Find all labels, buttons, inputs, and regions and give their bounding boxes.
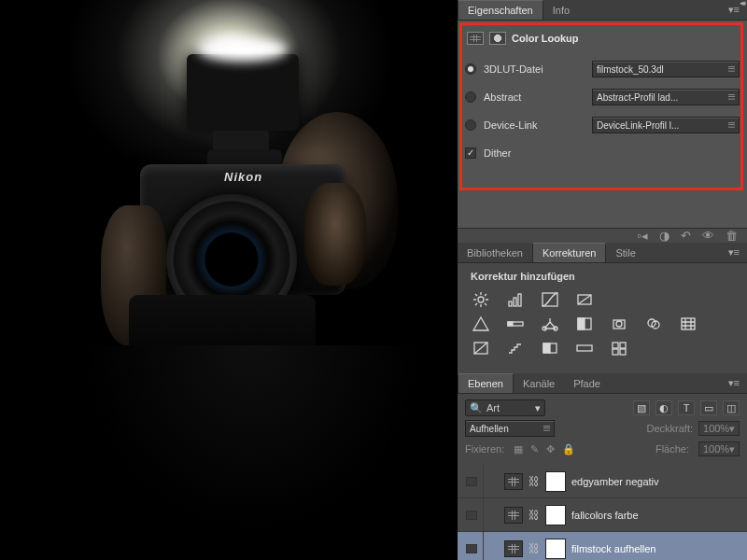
layer-name[interactable]: fallcolors farbe (571, 510, 639, 521)
adjustment-thumb-icon (504, 507, 523, 524)
adj-brightness-icon[interactable] (471, 291, 490, 308)
tab-ebenen[interactable]: Ebenen (458, 373, 514, 393)
checkbox-dither[interactable] (465, 147, 476, 159)
svg-rect-7 (508, 322, 513, 326)
adj-color-lookup-icon[interactable] (678, 315, 698, 332)
corrections-flyout-menu[interactable]: ▾≡ (721, 243, 747, 262)
svg-point-0 (478, 297, 484, 302)
link-mask-icon[interactable]: ⛓ (529, 542, 540, 555)
adj-bw-icon[interactable] (574, 315, 594, 332)
adjustment-thumb-icon (504, 540, 523, 557)
reset-icon[interactable]: ↶ (681, 229, 691, 243)
layer-name[interactable]: filmstock aufhellen (571, 543, 656, 554)
clip-to-layer-icon[interactable]: ▫◂ (637, 229, 648, 243)
lock-label: Fixieren: (465, 443, 504, 455)
adj-levels-icon[interactable] (505, 291, 525, 308)
svg-rect-23 (613, 349, 618, 355)
visibility-toggle[interactable] (466, 544, 477, 553)
lock-all-icon[interactable]: 🔒 (562, 443, 575, 455)
photo-brand-label: Nikon (224, 170, 262, 184)
radio-devicelink[interactable] (465, 119, 476, 131)
layer-row[interactable]: ⛓ fallcolors farbe (458, 498, 747, 532)
search-icon: 🔍 (470, 402, 483, 414)
mask-thumb[interactable] (545, 505, 566, 525)
tab-eigenschaften[interactable]: Eigenschaften (458, 0, 543, 20)
svg-rect-20 (577, 345, 592, 351)
dropdown-3dlut-file[interactable]: filmstock_50.3dl (592, 61, 740, 77)
visibility-toggle[interactable] (466, 477, 477, 486)
toggle-visibility-icon[interactable]: 👁 (702, 229, 714, 243)
properties-footer: ▫◂ ◑ ↶ 👁 🗑 (458, 228, 747, 243)
svg-rect-19 (543, 343, 550, 353)
svg-rect-16 (682, 318, 695, 329)
adj-posterize-icon[interactable] (505, 340, 525, 357)
svg-rect-21 (613, 343, 618, 348)
lock-pixels-icon[interactable]: ✎ (530, 443, 539, 455)
layer-name[interactable]: edgyamber negativ (571, 476, 659, 487)
lock-transparent-icon[interactable]: ▦ (514, 443, 523, 455)
tab-kanaele[interactable]: Kanäle (514, 374, 564, 393)
adj-invert-icon[interactable] (471, 340, 490, 357)
opacity-label: Deckkraft: (647, 423, 694, 434)
adj-channel-mixer-icon[interactable] (643, 315, 663, 332)
adj-exposure-icon[interactable] (574, 291, 594, 308)
tab-stile[interactable]: Stile (606, 244, 644, 262)
layer-row[interactable]: ⛓ filmstock aufhellen (458, 532, 747, 560)
radio-3dlut[interactable] (465, 63, 476, 75)
view-previous-state-icon[interactable]: ◑ (659, 229, 669, 243)
adjustment-thumb-icon (504, 473, 523, 490)
layer-row[interactable]: ⛓ edgyamber negativ (458, 465, 747, 498)
layers-controls: 🔍 Art ▾ ▧ ◐ T ▭ ◫ Aufhellen Deckkraft: 1… (458, 393, 747, 463)
layers-flyout-menu[interactable]: ▾≡ (721, 373, 747, 393)
filter-shape-icon[interactable]: ▭ (700, 400, 717, 415)
mask-thumb[interactable] (545, 471, 566, 492)
layer-filter-type[interactable]: 🔍 Art ▾ (465, 399, 545, 416)
tab-korrekturen[interactable]: Korrekturen (532, 243, 606, 262)
filter-adjust-icon[interactable]: ◐ (655, 400, 672, 415)
filter-smart-icon[interactable]: ◫ (723, 400, 740, 415)
adj-color-balance-icon[interactable] (540, 315, 559, 332)
corrections-tabs: Bibliotheken Korrekturen Stile ▾≡ (458, 243, 747, 262)
label-3dlut: 3DLUT-Datei (484, 63, 592, 75)
adj-selective-color-icon[interactable] (609, 340, 628, 357)
photo-flash (187, 54, 299, 131)
svg-rect-22 (620, 343, 626, 348)
svg-rect-24 (620, 349, 626, 355)
tab-bibliotheken[interactable]: Bibliotheken (458, 244, 532, 262)
trash-icon[interactable]: 🗑 (726, 229, 738, 243)
fill-label: Fläche: (655, 443, 689, 455)
adj-curves-icon[interactable] (540, 291, 559, 308)
adj-threshold-icon[interactable] (540, 340, 559, 357)
corrections-body: Korrektur hinzufügen (458, 262, 747, 373)
radio-abstract[interactable] (465, 91, 476, 103)
properties-tabs: Eigenschaften Info ▾≡ (458, 0, 747, 20)
dropdown-abstract-profile[interactable]: Abstract-Profil lad... (592, 89, 740, 105)
fill-value[interactable]: 100%▾ (698, 441, 740, 456)
layers-list: ⛓ edgyamber negativ ⛓ fallcolors farbe ⛓… (458, 463, 747, 560)
opacity-value[interactable]: 100%▾ (698, 421, 740, 436)
visibility-toggle[interactable] (466, 511, 477, 520)
link-mask-icon[interactable]: ⛓ (529, 509, 540, 522)
mask-thumb[interactable] (545, 539, 566, 559)
mask-icon[interactable] (489, 32, 506, 45)
lut-grid-icon (467, 32, 484, 45)
dropdown-devicelink-profile[interactable]: DeviceLink-Profil l... (592, 117, 740, 133)
svg-rect-11 (578, 318, 585, 329)
link-mask-icon[interactable]: ⛓ (529, 475, 540, 488)
tab-pfade[interactable]: Pfade (564, 374, 610, 393)
properties-body: Color Lookup 3DLUT-Datei filmstock_50.3d… (458, 20, 747, 228)
tab-info[interactable]: Info (543, 1, 579, 20)
label-dither: Dither (484, 147, 592, 159)
filter-pixel-icon[interactable]: ▧ (633, 400, 650, 415)
adj-photo-filter-icon[interactable] (609, 315, 628, 332)
blend-mode-dropdown[interactable]: Aufhellen (465, 420, 555, 437)
document-canvas[interactable]: Nikon (0, 0, 458, 560)
layers-tabs: Ebenen Kanäle Pfade ▾≡ (458, 373, 747, 393)
adj-hue-icon[interactable] (505, 315, 525, 332)
label-abstract: Abstract (484, 91, 592, 103)
label-devicelink: Device-Link (484, 119, 592, 131)
adj-gradient-map-icon[interactable] (574, 340, 594, 357)
adj-vibrance-icon[interactable] (471, 315, 490, 332)
filter-type-icon[interactable]: T (678, 400, 695, 415)
lock-position-icon[interactable]: ✥ (546, 443, 555, 455)
